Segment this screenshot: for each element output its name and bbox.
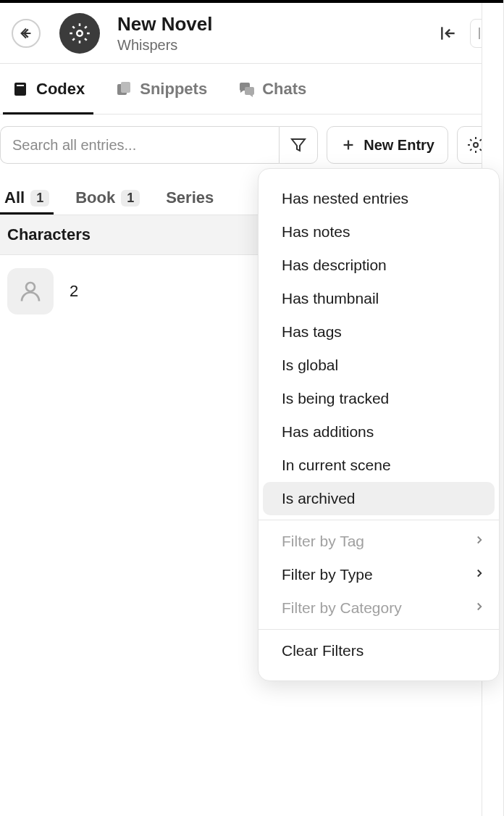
avatar: [7, 268, 54, 315]
collapse-panel-button[interactable]: [435, 20, 461, 46]
filter-by-tag[interactable]: Filter by Tag: [259, 525, 499, 558]
chat-icon: [238, 80, 255, 98]
tab-snippets[interactable]: Snippets: [115, 64, 207, 114]
svg-point-2: [77, 30, 83, 36]
new-entry-label: New Entry: [364, 137, 434, 154]
svg-rect-8: [17, 85, 24, 86]
collapse-left-icon: [439, 24, 458, 43]
filter-has-tags[interactable]: Has tags: [259, 315, 499, 349]
filter-in-current-scene[interactable]: In current scene: [259, 449, 499, 482]
svg-marker-11: [292, 139, 305, 151]
plus-icon: [340, 137, 356, 153]
count-badge: 1: [30, 190, 49, 207]
filter-tab-label: Series: [166, 188, 214, 207]
new-entry-button[interactable]: New Entry: [327, 126, 448, 164]
filter-button[interactable]: [279, 126, 318, 164]
chevron-right-icon: [473, 599, 486, 617]
filter-tab-book[interactable]: Book 1: [75, 181, 140, 215]
book-icon: [12, 80, 29, 98]
project-subtitle: Whispers: [117, 37, 435, 54]
entry-name: 2: [70, 282, 78, 301]
title-block: New Novel Whispers: [117, 13, 435, 54]
tab-label: Codex: [36, 80, 85, 99]
chevron-right-icon: [473, 533, 486, 550]
filter-by-category[interactable]: Filter by Category: [259, 591, 499, 625]
tab-chats[interactable]: Chats: [238, 64, 306, 114]
svg-rect-7: [14, 83, 26, 96]
filter-is-global[interactable]: Is global: [259, 349, 499, 382]
filter-by-type[interactable]: Filter by Type: [259, 558, 499, 591]
project-settings-button[interactable]: [59, 13, 100, 54]
filter-is-archived[interactable]: Is archived: [263, 482, 495, 515]
filter-tab-label: Book: [75, 188, 115, 207]
project-title: New Novel: [117, 13, 435, 36]
back-button[interactable]: [12, 19, 41, 48]
chevron-right-icon: [473, 566, 486, 583]
filter-is-being-tracked[interactable]: Is being tracked: [259, 382, 499, 415]
filter-tab-series[interactable]: Series: [166, 181, 214, 215]
person-icon: [17, 278, 43, 304]
filter-tab-label: All: [4, 188, 25, 207]
filter-tab-all[interactable]: All 1: [4, 181, 49, 215]
tab-codex[interactable]: Codex: [12, 64, 85, 114]
filter-has-notes[interactable]: Has notes: [259, 215, 499, 249]
main-tabs: Codex Snippets Chats: [0, 64, 503, 115]
count-badge: 1: [121, 190, 140, 207]
filter-has-additions[interactable]: Has additions: [259, 415, 499, 449]
arrow-left-icon: [18, 25, 34, 41]
svg-point-14: [474, 143, 478, 147]
clear-filters[interactable]: Clear Filters: [259, 634, 499, 667]
filters-dropdown: Has nested entries Has notes Has descrip…: [258, 168, 500, 681]
snippets-icon: [115, 80, 133, 98]
svg-point-15: [26, 283, 35, 291]
filter-has-nested-entries[interactable]: Has nested entries: [259, 182, 499, 215]
dropdown-divider: [259, 629, 499, 630]
filter-has-thumbnail[interactable]: Has thumbnail: [259, 282, 499, 315]
search-input[interactable]: [0, 126, 279, 164]
filter-has-description[interactable]: Has description: [259, 249, 499, 282]
funnel-icon: [290, 136, 307, 154]
toolbar: New Entry: [0, 115, 503, 174]
svg-rect-10: [121, 82, 130, 93]
header: New Novel Whispers: [0, 3, 503, 64]
tab-label: Chats: [262, 80, 306, 99]
dropdown-divider: [259, 520, 499, 520]
tab-label: Snippets: [140, 80, 207, 99]
gear-icon: [69, 22, 91, 44]
